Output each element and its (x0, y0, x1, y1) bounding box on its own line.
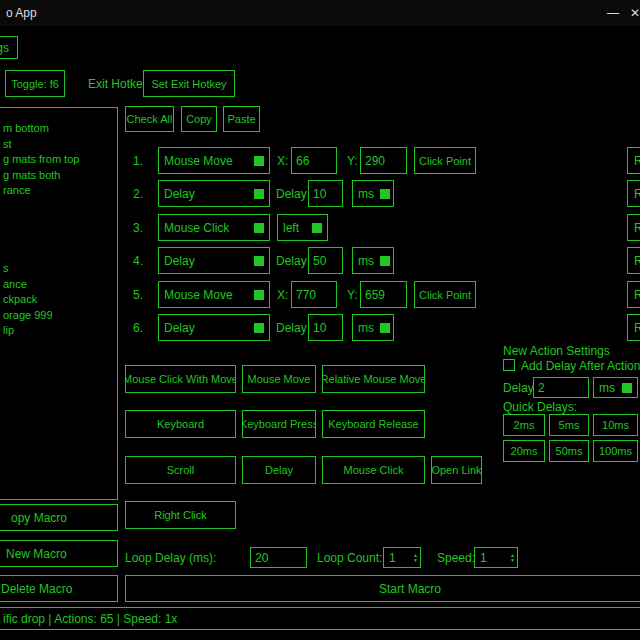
action-type-dropdown[interactable]: Mouse Click (158, 214, 270, 241)
remove-action-button[interactable]: R (627, 214, 640, 241)
macro-list-item[interactable]: orage 999 (3, 309, 53, 321)
delay-label: Delay (276, 321, 307, 335)
copy-macro-button[interactable]: opy Macro (0, 504, 118, 531)
add-right-click-button[interactable]: Right Click (125, 501, 236, 529)
copy-button[interactable]: Copy (181, 106, 217, 132)
quick-delay-100ms-button[interactable]: 100ms (593, 440, 638, 462)
menu-settings-tab[interactable]: gs (0, 36, 18, 59)
add-mouse-move-button[interactable]: Mouse Move (242, 365, 316, 393)
new-action-delay-unit-dropdown[interactable]: ms (593, 377, 638, 398)
action-number: 1. (133, 154, 143, 168)
click-point-button[interactable]: Click Point (414, 147, 476, 174)
paste-button[interactable]: Paste (223, 106, 260, 132)
speed-spinner[interactable]: 1 ▲ ▼ (474, 547, 518, 568)
quick-delay-10ms-button[interactable]: 10ms (593, 414, 638, 436)
action-type-value: Delay (164, 321, 195, 335)
spinner-down-icon[interactable]: ▼ (413, 558, 418, 563)
delete-macro-button[interactable]: Delete Macro (0, 575, 118, 602)
check-all-button[interactable]: Check All (125, 106, 174, 132)
dropdown-indicator-icon (312, 223, 322, 233)
add-delay-button[interactable]: Delay (242, 456, 316, 484)
add-keyboard-press-button[interactable]: Keyboard Press (242, 410, 316, 438)
toggle-hotkey-button[interactable]: Toggle: f6 (5, 70, 65, 97)
new-macro-button[interactable]: New Macro (0, 540, 118, 567)
dropdown-indicator-icon (254, 223, 264, 233)
delay-unit-dropdown[interactable]: ms (352, 180, 394, 207)
action-type-dropdown[interactable]: Delay (158, 247, 270, 274)
start-macro-button[interactable]: Start Macro (125, 575, 640, 602)
action-row: 5. Mouse Move X: Y: Click Point R (120, 281, 640, 308)
loop-count-spinner[interactable]: 1 ▲ ▼ (383, 547, 421, 568)
action-row: 1. Mouse Move X: Y: Click Point R (120, 147, 640, 174)
window-title: o App (6, 6, 37, 20)
action-type-dropdown[interactable]: Mouse Move (158, 281, 270, 308)
y-input[interactable] (360, 281, 407, 308)
quick-delay-50ms-button[interactable]: 50ms (549, 440, 589, 462)
macro-list-item[interactable]: rance (3, 184, 31, 196)
action-number: 6. (133, 321, 143, 335)
macro-list-item[interactable]: lip (3, 324, 14, 336)
add-open-link-button[interactable]: Open Link (431, 456, 482, 484)
quick-delay-20ms-button[interactable]: 20ms (503, 440, 545, 462)
dropdown-indicator-icon (380, 189, 390, 199)
delay-input[interactable] (308, 247, 343, 274)
add-keyboard-release-button[interactable]: Keyboard Release (322, 410, 425, 438)
add-mouse-click-button[interactable]: Mouse Click (322, 456, 425, 484)
add-relative-mouse-move-button[interactable]: Relative Mouse Move (322, 365, 425, 393)
new-action-delay-unit-value: ms (599, 381, 615, 395)
remove-action-button[interactable]: R (627, 281, 640, 308)
delay-unit-dropdown[interactable]: ms (352, 314, 394, 341)
quick-delay-2ms-button[interactable]: 2ms (503, 414, 545, 436)
macro-list-item[interactable]: g mats from top (3, 153, 79, 165)
macro-list-item[interactable]: st (3, 138, 12, 150)
action-list: 1. Mouse Move X: Y: Click Point R 2. Del… (120, 140, 640, 341)
delay-label: Delay (276, 187, 307, 201)
add-scroll-button[interactable]: Scroll (125, 456, 236, 484)
action-type-dropdown[interactable]: Delay (158, 314, 270, 341)
action-number: 3. (133, 221, 143, 235)
dropdown-indicator-icon (254, 256, 264, 266)
macro-list[interactable]: m bottom st g mats from top g mats both … (0, 107, 118, 500)
add-mouse-click-with-move-button[interactable]: Mouse Click With Move (125, 365, 236, 393)
action-number: 2. (133, 187, 143, 201)
loop-delay-input[interactable] (250, 547, 307, 568)
click-point-button[interactable]: Click Point (414, 281, 476, 308)
dropdown-indicator-icon (254, 156, 264, 166)
action-type-dropdown[interactable]: Mouse Move (158, 147, 270, 174)
dropdown-indicator-icon (254, 290, 264, 300)
delay-unit-dropdown[interactable]: ms (352, 247, 394, 274)
macro-list-item[interactable]: ckpack (3, 293, 37, 305)
dropdown-indicator-icon (380, 256, 390, 266)
remove-action-button[interactable]: R (627, 180, 640, 207)
y-input[interactable] (360, 147, 407, 174)
delay-input[interactable] (308, 314, 343, 341)
mouse-button-value: left (283, 221, 299, 235)
macro-list-item[interactable]: g mats both (3, 169, 60, 181)
close-button[interactable]: ✕ (622, 0, 640, 26)
spinner-arrows[interactable]: ▲ ▼ (510, 553, 515, 563)
action-number: 4. (133, 254, 143, 268)
x-input[interactable] (291, 281, 337, 308)
action-row: 6. Delay Delay ms R (120, 314, 640, 341)
action-type-dropdown[interactable]: Delay (158, 180, 270, 207)
remove-action-button[interactable]: R (627, 247, 640, 274)
spinner-arrows[interactable]: ▲ ▼ (413, 553, 418, 563)
macro-list-item[interactable]: ance (3, 278, 27, 290)
add-keyboard-button[interactable]: Keyboard (125, 410, 236, 438)
quick-delay-5ms-button[interactable]: 5ms (549, 414, 589, 436)
macro-list-item[interactable]: m bottom (3, 122, 49, 134)
new-action-delay-input[interactable] (533, 377, 589, 398)
delay-unit-value: ms (358, 321, 374, 335)
dropdown-indicator-icon (622, 383, 632, 393)
delay-input[interactable] (308, 180, 343, 207)
action-type-value: Delay (164, 187, 195, 201)
remove-action-button[interactable]: R (627, 147, 640, 174)
mouse-button-dropdown[interactable]: left (277, 214, 328, 241)
spinner-down-icon[interactable]: ▼ (510, 558, 515, 563)
remove-action-button[interactable]: R (627, 314, 640, 341)
add-delay-after-action-checkbox[interactable] (503, 359, 515, 371)
x-label: X: (277, 154, 288, 168)
set-exit-hotkey-button[interactable]: Set Exit Hotkey (143, 70, 235, 97)
x-input[interactable] (291, 147, 337, 174)
macro-list-item[interactable]: s (3, 262, 9, 274)
